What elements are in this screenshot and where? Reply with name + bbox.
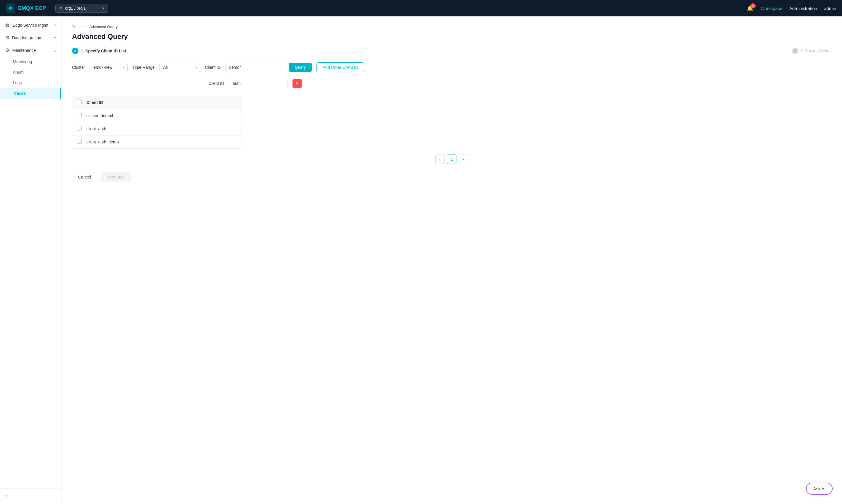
select-all-checkbox[interactable] bbox=[77, 100, 82, 104]
notification-bell[interactable]: 🔔 2 bbox=[747, 5, 753, 12]
filter-row-1: Cluster emqx-new Time Range All Last 1h … bbox=[72, 62, 831, 72]
notification-badge: 2 bbox=[750, 3, 756, 8]
data-integration-icon: ⊞ bbox=[5, 35, 9, 40]
breadcrumb: Traces / Advanced Query bbox=[72, 24, 831, 29]
chevron-down-icon: ▾ bbox=[54, 23, 56, 27]
sidebar: ▦ Edge Service Mgmt ▾ ⊞ Data Integration… bbox=[0, 16, 61, 504]
sidebar-item-alarm[interactable]: Alarm bbox=[0, 67, 61, 77]
sidebar-section-main: ▦ Edge Service Mgmt ▾ ⊞ Data Integration… bbox=[0, 16, 61, 101]
table-header: Client ID bbox=[72, 96, 241, 109]
main-content: Traces / Advanced Query Advanced Query ✓… bbox=[61, 16, 842, 504]
edge-service-icon: ▦ bbox=[5, 22, 10, 28]
step-1-circle: ✓ bbox=[72, 48, 78, 54]
table-row: cluster_demo4 bbox=[72, 109, 241, 122]
breadcrumb-current: Advanced Query bbox=[89, 24, 118, 29]
step-2-circle: 2 bbox=[792, 48, 799, 54]
step-2-label: 2. Tracing Result bbox=[801, 49, 831, 53]
pagination: ‹ 1 › bbox=[72, 155, 831, 164]
sidebar-item-edge-service[interactable]: ▦ Edge Service Mgmt ▾ bbox=[0, 19, 61, 31]
header-checkbox-wrapper bbox=[77, 100, 83, 105]
client-id-table: Client ID cluster_demo4 client_auth clie… bbox=[72, 96, 242, 149]
step-1: ✓ 1. Specify Client ID List bbox=[72, 48, 126, 54]
client-id-cell-1: cluster_demo4 bbox=[86, 113, 113, 118]
logo: EMQX ECP bbox=[6, 3, 46, 13]
time-range-label: Time Range bbox=[132, 65, 155, 70]
page-title: Advanced Query bbox=[72, 33, 831, 41]
org-selector[interactable]: ⚙ org1 / proj1 ▾ bbox=[55, 4, 108, 13]
breadcrumb-separator: / bbox=[86, 24, 87, 29]
sidebar-item-data-integration[interactable]: ⊞ Data Integration ▾ bbox=[0, 31, 61, 44]
row-checkbox-1[interactable] bbox=[77, 113, 82, 118]
next-page-button[interactable]: › bbox=[459, 155, 468, 164]
client-id-input-2[interactable] bbox=[229, 79, 288, 88]
time-range-select-wrapper: All Last 1h Last 24h Last 7d bbox=[159, 62, 200, 72]
sidebar-item-traces[interactable]: Traces bbox=[0, 88, 61, 98]
collapse-icon[interactable]: ≡ bbox=[5, 493, 56, 499]
action-row: Cancel Next Step bbox=[72, 172, 831, 182]
next-step-button: Next Step bbox=[101, 172, 131, 182]
workspace-link[interactable]: Workspace bbox=[760, 6, 782, 11]
sidebar-footer: ≡ bbox=[0, 488, 61, 504]
page-1-button[interactable]: 1 bbox=[447, 155, 456, 164]
topnav: EMQX ECP ⚙ org1 / proj1 ▾ 🔔 2 Workspace … bbox=[0, 0, 842, 16]
client-id-label: Client ID bbox=[205, 65, 221, 70]
logo-icon bbox=[6, 3, 15, 13]
cluster-select-wrapper: emqx-new bbox=[90, 62, 128, 72]
client-id-input[interactable] bbox=[226, 62, 284, 72]
chevron-down-icon-2: ▾ bbox=[54, 36, 56, 40]
chevron-up-icon: ▴ bbox=[54, 48, 56, 52]
prev-page-button[interactable]: ‹ bbox=[435, 155, 445, 164]
filter-row-2: Cluster Time Range Client ID ✕ bbox=[72, 78, 831, 89]
sidebar-item-monitoring[interactable]: Monitoring bbox=[0, 56, 61, 67]
cluster-label: Cluster bbox=[72, 65, 85, 70]
table-row: client_auth bbox=[72, 122, 241, 136]
row-checkbox-3[interactable] bbox=[77, 139, 82, 144]
client-id-cell-3: client_auth_demo bbox=[86, 140, 119, 144]
stepper: ✓ 1. Specify Client ID List 2 2. Tracing… bbox=[72, 48, 831, 54]
nav-right: 🔔 2 Workspace Administration admin bbox=[747, 5, 836, 12]
step-line bbox=[131, 51, 787, 51]
sidebar-item-logs[interactable]: Logs bbox=[0, 77, 61, 88]
admin-label: admin bbox=[824, 6, 836, 11]
main-layout: ▦ Edge Service Mgmt ▾ ⊞ Data Integration… bbox=[0, 16, 842, 504]
cluster-select[interactable]: emqx-new bbox=[90, 62, 128, 72]
sidebar-item-maintenance[interactable]: ⚙ Maintenance ▴ bbox=[0, 44, 61, 56]
ask-ai-button[interactable]: Ask AI bbox=[806, 483, 832, 494]
client-id-cell-2: client_auth bbox=[86, 126, 106, 131]
breadcrumb-parent[interactable]: Traces bbox=[72, 24, 84, 29]
maintenance-icon: ⚙ bbox=[5, 48, 10, 53]
administration-link[interactable]: Administration bbox=[789, 6, 817, 11]
query-button[interactable]: Query bbox=[289, 62, 312, 72]
row-checkbox-2[interactable] bbox=[77, 126, 82, 130]
add-other-client-id-button[interactable]: Add Other Client ID bbox=[317, 62, 364, 72]
cancel-button[interactable]: Cancel bbox=[72, 172, 97, 182]
client-id-label-2: Client ID bbox=[209, 81, 224, 86]
remove-client-id-button[interactable]: ✕ bbox=[292, 79, 302, 88]
client-id-column-header: Client ID bbox=[86, 100, 103, 105]
step-2: 2 2. Tracing Result bbox=[792, 48, 831, 54]
step-1-label: 1. Specify Client ID List bbox=[81, 49, 126, 53]
time-range-select[interactable]: All Last 1h Last 24h Last 7d bbox=[159, 62, 200, 72]
table-row: client_auth_demo bbox=[72, 136, 241, 148]
